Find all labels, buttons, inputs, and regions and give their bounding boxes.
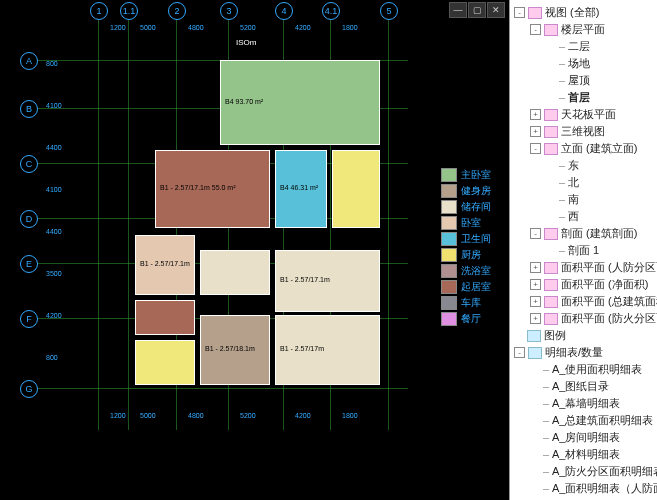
grid-row-label: C (20, 155, 38, 173)
tree-leaf-icon (559, 248, 565, 254)
room-fill: B4 93.70 m² (220, 60, 380, 145)
legend-label: 健身房 (461, 184, 491, 198)
project-browser[interactable]: -视图 (全部)-楼层平面二层场地屋顶首层+天花板平面+三维视图-立面 (建筑立… (509, 0, 657, 500)
tree-item[interactable]: -立面 (建筑立面) (510, 140, 657, 157)
tree-item[interactable]: A_图纸目录 (510, 378, 657, 395)
expand-icon[interactable]: + (530, 126, 541, 137)
dim-bottom: 1800 (342, 412, 358, 419)
tree-item[interactable]: A_面积明细表（人防面积） (510, 480, 657, 497)
tree-item-label: 西 (568, 209, 579, 224)
dim-bottom: 4800 (188, 412, 204, 419)
tree-item[interactable]: 场地 (510, 55, 657, 72)
tree-item[interactable]: +三维视图 (510, 123, 657, 140)
collapse-icon[interactable]: - (530, 24, 541, 35)
grid-row-label: G (20, 380, 38, 398)
tree-item-label: 面积平面 (人防分区面积) (561, 260, 657, 275)
tree-item[interactable]: +面积平面 (净面积) (510, 276, 657, 293)
tree-item[interactable]: 图例 (510, 327, 657, 344)
tree-item[interactable]: 北 (510, 174, 657, 191)
room-label: B4 46.31 m² (280, 184, 318, 191)
tree-item[interactable]: A_材料明细表 (510, 446, 657, 463)
tree-item[interactable]: +面积平面 (防火分区面积) (510, 310, 657, 327)
tree-item[interactable]: -视图 (全部) (510, 4, 657, 21)
room-fill: B1 - 2.57/17m (275, 315, 380, 385)
tree-item[interactable]: -剖面 (建筑剖面) (510, 225, 657, 242)
tree-item[interactable]: A_幕墙明细表 (510, 395, 657, 412)
tree-item[interactable]: A_房间明细表 (510, 429, 657, 446)
dim-bottom: 1200 (110, 412, 126, 419)
tree-item[interactable]: 首层 (510, 89, 657, 106)
expand-icon[interactable]: + (530, 109, 541, 120)
tree-item-label: A_总建筑面积明细表 (552, 413, 653, 428)
dim-left: 3500 (46, 270, 62, 277)
grid-row-label: F (20, 310, 38, 328)
tree-leaf-icon (543, 452, 549, 458)
maximize-button[interactable]: ▢ (468, 2, 486, 18)
legend-row: 起居室 (441, 280, 491, 294)
tree-item[interactable]: -明细表/数量 (510, 344, 657, 361)
dim-top: 5000 (140, 24, 156, 31)
tree-leaf-icon (559, 44, 565, 50)
grid-col-label: 3 (220, 2, 238, 20)
tree-item[interactable]: A_防火分区面积明细表 (510, 463, 657, 480)
expand-icon[interactable]: + (530, 313, 541, 324)
tree-item[interactable]: +面积平面 (人防分区面积) (510, 259, 657, 276)
tree-item[interactable]: 西 (510, 208, 657, 225)
tree-item-label: 楼层平面 (561, 22, 605, 37)
collapse-icon[interactable]: - (514, 347, 525, 358)
legend-swatch (441, 280, 457, 294)
room-label: B4 93.70 m² (225, 98, 263, 105)
tree-item[interactable]: 屋顶 (510, 72, 657, 89)
expand-icon[interactable]: + (530, 262, 541, 273)
tree-item-label: A_房间明细表 (552, 430, 620, 445)
tree-leaf-icon (559, 180, 565, 186)
room-fill: B1 - 2.57/17.1m (135, 235, 195, 295)
tree-leaf-icon (543, 435, 549, 441)
tree-item-label: A_图纸目录 (552, 379, 609, 394)
tree-item[interactable]: A_使用面积明细表 (510, 361, 657, 378)
dim-top: 4800 (188, 24, 204, 31)
tree-item[interactable]: +面积平面 (总建筑面积) (510, 293, 657, 310)
tree-item[interactable]: 东 (510, 157, 657, 174)
tree-item-label: 二层 (568, 39, 590, 54)
tree-item[interactable]: +天花板平面 (510, 106, 657, 123)
tree-item-label: 剖面 1 (568, 243, 599, 258)
cad-viewport[interactable]: — ▢ ✕ ISOm 11.12344.15ABCDEFG12005000480… (0, 0, 509, 500)
tree-item[interactable]: -楼层平面 (510, 21, 657, 38)
expand-icon[interactable]: + (530, 296, 541, 307)
close-button[interactable]: ✕ (487, 2, 505, 18)
dim-left: 4400 (46, 144, 62, 151)
document-icon (527, 330, 541, 342)
tree-item-label: 北 (568, 175, 579, 190)
legend-row: 卫生间 (441, 232, 491, 246)
minimize-button[interactable]: — (449, 2, 467, 18)
dim-bottom: 4200 (295, 412, 311, 419)
tree-item-label: 明细表/数量 (545, 345, 603, 360)
tree-leaf-icon (559, 163, 565, 169)
dim-top: 5200 (240, 24, 256, 31)
legend-swatch (441, 248, 457, 262)
dim-bottom: 5000 (140, 412, 156, 419)
collapse-icon[interactable]: - (514, 7, 525, 18)
tree-item[interactable]: 剖面 1 (510, 242, 657, 259)
tree-item-label: 三维视图 (561, 124, 605, 139)
room-fill: B1 - 2.57/18.1m (200, 315, 270, 385)
tree-leaf-icon (559, 78, 565, 84)
legend-row: 健身房 (441, 184, 491, 198)
tree-item[interactable]: 南 (510, 191, 657, 208)
tree-item-label: A_幕墙明细表 (552, 396, 620, 411)
collapse-icon[interactable]: - (530, 228, 541, 239)
tree-item-label: 视图 (全部) (545, 5, 599, 20)
tree-leaf-icon (543, 469, 549, 475)
legend-swatch (441, 312, 457, 326)
legend-swatch (441, 216, 457, 230)
legend-row: 主卧室 (441, 168, 491, 182)
tree-item[interactable]: A_总建筑面积明细表 (510, 412, 657, 429)
tree-leaf-icon (559, 61, 565, 67)
tree-item[interactable]: 二层 (510, 38, 657, 55)
dim-top: 4200 (295, 24, 311, 31)
tree-item-label: A_面积明细表（人防面积） (552, 481, 657, 496)
dim-left: 800 (46, 354, 58, 361)
collapse-icon[interactable]: - (530, 143, 541, 154)
expand-icon[interactable]: + (530, 279, 541, 290)
